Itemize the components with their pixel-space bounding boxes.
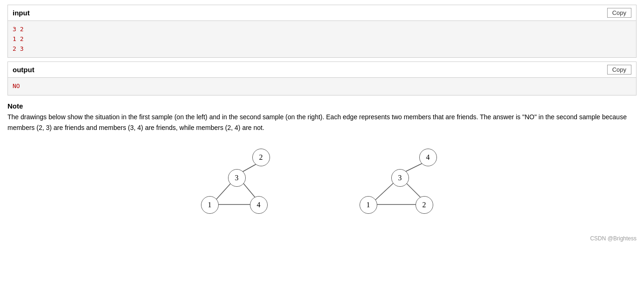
- output-header: output Copy: [8, 62, 636, 78]
- edges-left: [192, 144, 294, 228]
- svg-line-1: [215, 181, 233, 201]
- output-content: NO: [8, 78, 636, 95]
- input-content: 3 2 1 2 2 3: [8, 21, 636, 57]
- node-right-2: 2: [415, 196, 433, 214]
- input-copy-button[interactable]: Copy: [607, 8, 631, 18]
- input-line-1: 3 2: [13, 25, 631, 34]
- input-label: input: [13, 9, 30, 17]
- input-section: input Copy 3 2 1 2 2 3: [7, 5, 637, 58]
- svg-line-5: [374, 181, 395, 201]
- note-title: Note: [7, 102, 637, 110]
- node-left-1: 1: [201, 196, 219, 214]
- node-left-3: 3: [228, 169, 246, 187]
- node-right-4: 4: [419, 149, 437, 166]
- node-left-2: 2: [252, 149, 270, 166]
- output-line-1: NO: [13, 82, 631, 91]
- output-copy-button[interactable]: Copy: [607, 65, 631, 75]
- note-text: The drawings below show the situation in…: [7, 112, 632, 133]
- diagram-right: 1 3 2 4: [350, 144, 453, 228]
- diagrams-container: 1 3 4 2 1 3 2 4: [7, 144, 637, 228]
- node-left-4: 4: [250, 196, 268, 214]
- diagram-left: 1 3 4 2: [192, 144, 294, 228]
- node-right-3: 3: [391, 169, 409, 187]
- input-line-2: 1 2: [13, 34, 631, 44]
- watermark: CSDN @Brightess: [7, 235, 637, 242]
- output-label: output: [13, 66, 35, 74]
- input-header: input Copy: [8, 5, 636, 21]
- input-line-3: 2 3: [13, 44, 631, 54]
- output-section: output Copy NO: [7, 61, 637, 95]
- node-right-1: 1: [360, 196, 377, 214]
